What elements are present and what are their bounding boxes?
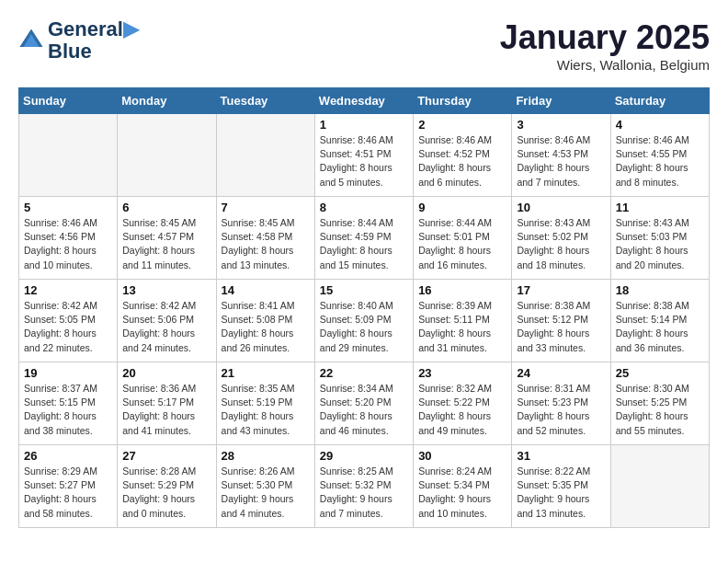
day-cell-8: 8Sunrise: 8:44 AM Sunset: 4:59 PM Daylig…	[314, 197, 413, 280]
day-info: Sunrise: 8:42 AM Sunset: 5:06 PM Dayligh…	[122, 299, 210, 355]
day-info: Sunrise: 8:46 AM Sunset: 4:52 PM Dayligh…	[418, 133, 506, 190]
day-cell-13: 13Sunrise: 8:42 AM Sunset: 5:06 PM Dayli…	[118, 280, 216, 362]
day-info: Sunrise: 8:38 AM Sunset: 5:14 PM Dayligh…	[616, 299, 704, 355]
day-cell-14: 14Sunrise: 8:41 AM Sunset: 5:08 PM Dayli…	[216, 280, 314, 362]
day-number: 10	[517, 201, 605, 214]
day-cell-30: 30Sunrise: 8:24 AM Sunset: 5:34 PM Dayli…	[414, 445, 512, 528]
week-row-3: 12Sunrise: 8:42 AM Sunset: 5:05 PM Dayli…	[19, 280, 710, 362]
day-cell-28: 28Sunrise: 8:26 AM Sunset: 5:30 PM Dayli…	[216, 445, 314, 528]
calendar-header-row: SundayMondayTuesdayWednesdayThursdayFrid…	[19, 88, 710, 114]
day-cell-16: 16Sunrise: 8:39 AM Sunset: 5:11 PM Dayli…	[414, 280, 512, 362]
day-cell-5: 5Sunrise: 8:46 AM Sunset: 4:56 PM Daylig…	[19, 197, 118, 280]
column-header-saturday: Saturday	[610, 88, 709, 114]
day-cell-2: 2Sunrise: 8:46 AM Sunset: 4:52 PM Daylig…	[414, 114, 512, 197]
day-number: 31	[517, 449, 605, 463]
day-number: 16	[418, 283, 506, 297]
day-cell-6: 6Sunrise: 8:45 AM Sunset: 4:57 PM Daylig…	[118, 197, 216, 280]
day-number: 18	[616, 283, 704, 297]
location: Wiers, Wallonia, Belgium	[500, 57, 710, 73]
day-info: Sunrise: 8:46 AM Sunset: 4:56 PM Dayligh…	[24, 216, 112, 272]
day-info: Sunrise: 8:41 AM Sunset: 5:08 PM Dayligh…	[222, 299, 310, 355]
day-number: 23	[418, 366, 506, 380]
day-cell-23: 23Sunrise: 8:32 AM Sunset: 5:22 PM Dayli…	[414, 362, 512, 445]
column-header-thursday: Thursday	[414, 88, 512, 114]
column-header-sunday: Sunday	[19, 88, 118, 114]
day-number: 4	[616, 118, 704, 132]
day-number: 12	[24, 283, 112, 297]
day-info: Sunrise: 8:45 AM Sunset: 4:57 PM Dayligh…	[122, 216, 210, 272]
day-number: 15	[320, 283, 408, 297]
column-header-monday: Monday	[118, 88, 216, 114]
day-info: Sunrise: 8:34 AM Sunset: 5:20 PM Dayligh…	[320, 382, 408, 438]
calendar-table: SundayMondayTuesdayWednesdayThursdayFrid…	[18, 87, 710, 528]
day-number: 25	[616, 366, 704, 380]
day-info: Sunrise: 8:43 AM Sunset: 5:03 PM Dayligh…	[616, 216, 704, 272]
day-info: Sunrise: 8:35 AM Sunset: 5:19 PM Dayligh…	[222, 382, 310, 438]
day-cell-10: 10Sunrise: 8:43 AM Sunset: 5:02 PM Dayli…	[512, 197, 610, 280]
day-cell-22: 22Sunrise: 8:34 AM Sunset: 5:20 PM Dayli…	[314, 362, 413, 445]
day-info: Sunrise: 8:42 AM Sunset: 5:05 PM Dayligh…	[24, 299, 112, 355]
week-row-1: 1Sunrise: 8:46 AM Sunset: 4:51 PM Daylig…	[19, 114, 710, 197]
day-info: Sunrise: 8:36 AM Sunset: 5:17 PM Dayligh…	[122, 382, 210, 438]
day-number: 21	[222, 366, 310, 380]
day-info: Sunrise: 8:26 AM Sunset: 5:30 PM Dayligh…	[222, 465, 310, 521]
day-info: Sunrise: 8:43 AM Sunset: 5:02 PM Dayligh…	[517, 216, 605, 272]
day-info: Sunrise: 8:25 AM Sunset: 5:32 PM Dayligh…	[320, 465, 408, 521]
day-cell-11: 11Sunrise: 8:43 AM Sunset: 5:03 PM Dayli…	[610, 197, 709, 280]
day-cell-12: 12Sunrise: 8:42 AM Sunset: 5:05 PM Dayli…	[19, 280, 118, 362]
day-number: 17	[517, 283, 605, 297]
day-cell-1: 1Sunrise: 8:46 AM Sunset: 4:51 PM Daylig…	[314, 114, 413, 197]
month-title: January 2025	[500, 18, 710, 57]
day-number: 22	[320, 366, 408, 380]
empty-cell	[118, 114, 216, 197]
day-info: Sunrise: 8:38 AM Sunset: 5:12 PM Dayligh…	[517, 299, 605, 355]
empty-cell	[19, 114, 118, 197]
day-info: Sunrise: 8:46 AM Sunset: 4:55 PM Dayligh…	[616, 133, 704, 190]
day-info: Sunrise: 8:39 AM Sunset: 5:11 PM Dayligh…	[418, 299, 506, 355]
day-info: Sunrise: 8:28 AM Sunset: 5:29 PM Dayligh…	[122, 465, 210, 521]
day-info: Sunrise: 8:46 AM Sunset: 4:53 PM Dayligh…	[517, 133, 605, 190]
week-row-4: 19Sunrise: 8:37 AM Sunset: 5:15 PM Dayli…	[19, 362, 710, 445]
day-info: Sunrise: 8:44 AM Sunset: 4:59 PM Dayligh…	[320, 216, 408, 272]
day-info: Sunrise: 8:30 AM Sunset: 5:25 PM Dayligh…	[616, 382, 704, 438]
week-row-2: 5Sunrise: 8:46 AM Sunset: 4:56 PM Daylig…	[19, 197, 710, 280]
day-number: 1	[320, 118, 408, 132]
day-number: 19	[24, 366, 112, 380]
day-cell-24: 24Sunrise: 8:31 AM Sunset: 5:23 PM Dayli…	[512, 362, 610, 445]
day-cell-7: 7Sunrise: 8:45 AM Sunset: 4:58 PM Daylig…	[216, 197, 314, 280]
day-number: 8	[320, 201, 408, 214]
day-info: Sunrise: 8:32 AM Sunset: 5:22 PM Dayligh…	[418, 382, 506, 438]
day-cell-17: 17Sunrise: 8:38 AM Sunset: 5:12 PM Dayli…	[512, 280, 610, 362]
day-number: 2	[418, 118, 506, 132]
day-info: Sunrise: 8:31 AM Sunset: 5:23 PM Dayligh…	[517, 382, 605, 438]
day-number: 9	[418, 201, 506, 214]
day-info: Sunrise: 8:45 AM Sunset: 4:58 PM Dayligh…	[222, 216, 310, 272]
column-header-wednesday: Wednesday	[314, 88, 413, 114]
title-block: January 2025 Wiers, Wallonia, Belgium	[500, 18, 710, 73]
day-number: 29	[320, 449, 408, 463]
page-header: General▶ Blue January 2025 Wiers, Wallon…	[18, 18, 710, 73]
day-cell-26: 26Sunrise: 8:29 AM Sunset: 5:27 PM Dayli…	[19, 445, 118, 528]
empty-cell	[216, 114, 314, 197]
day-cell-31: 31Sunrise: 8:22 AM Sunset: 5:35 PM Dayli…	[512, 445, 610, 528]
day-cell-9: 9Sunrise: 8:44 AM Sunset: 5:01 PM Daylig…	[414, 197, 512, 280]
column-header-tuesday: Tuesday	[216, 88, 314, 114]
day-info: Sunrise: 8:37 AM Sunset: 5:15 PM Dayligh…	[24, 382, 112, 438]
day-number: 27	[122, 449, 210, 463]
logo-text: General▶ Blue	[48, 18, 139, 63]
day-number: 7	[222, 201, 310, 214]
day-number: 11	[616, 201, 704, 214]
day-info: Sunrise: 8:24 AM Sunset: 5:34 PM Dayligh…	[418, 465, 506, 521]
day-cell-3: 3Sunrise: 8:46 AM Sunset: 4:53 PM Daylig…	[512, 114, 610, 197]
logo-icon	[18, 28, 44, 53]
day-number: 3	[517, 118, 605, 132]
day-cell-29: 29Sunrise: 8:25 AM Sunset: 5:32 PM Dayli…	[314, 445, 413, 528]
day-number: 30	[418, 449, 506, 463]
empty-cell	[610, 445, 709, 528]
day-cell-27: 27Sunrise: 8:28 AM Sunset: 5:29 PM Dayli…	[118, 445, 216, 528]
day-info: Sunrise: 8:22 AM Sunset: 5:35 PM Dayligh…	[517, 465, 605, 521]
day-number: 13	[122, 283, 210, 297]
day-info: Sunrise: 8:29 AM Sunset: 5:27 PM Dayligh…	[24, 465, 112, 521]
day-number: 6	[122, 201, 210, 214]
day-number: 14	[222, 283, 310, 297]
